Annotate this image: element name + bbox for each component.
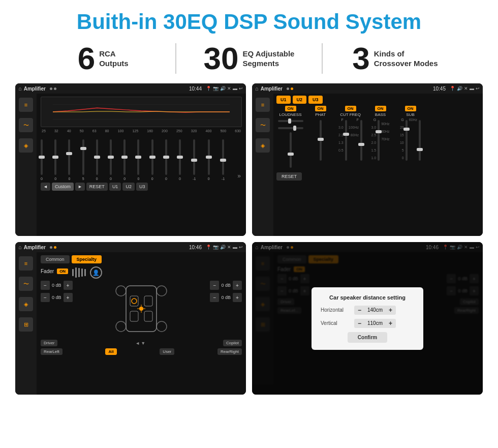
sub-on[interactable]: ON <box>405 106 416 111</box>
fader-on-badge[interactable]: ON <box>57 268 68 274</box>
fader-down-icon: ▼ <box>141 341 145 346</box>
eq-more-icon[interactable]: » <box>236 171 242 181</box>
nav-vol-icon[interactable]: ◈ <box>19 138 33 153</box>
phat-on[interactable]: ON <box>315 106 326 111</box>
svg-rect-12 <box>144 311 152 321</box>
app-name-2: Amplifier <box>261 86 283 92</box>
eq-slider-12[interactable]: 0 <box>208 139 210 181</box>
sub-slider-g[interactable] <box>406 120 408 161</box>
eq-slider-7[interactable]: 0 <box>137 139 139 181</box>
eq-slider-8[interactable]: 0 <box>151 139 153 181</box>
dialog-horizontal-minus[interactable]: − <box>356 307 363 314</box>
nav-eq-icon[interactable]: ≡ <box>19 98 33 112</box>
sub-scale-hz: 60Hz <box>409 118 417 161</box>
screen1-card: ⌂ Amplifier 10:44 📍 📷 🔊 ✕ ▬ ↩ <box>15 83 246 236</box>
volume-icon-1: 🔊 <box>220 86 226 91</box>
status-icons-2: 📍 🔊 ✕ ▬ ↩ <box>450 86 480 91</box>
btn-rearleft[interactable]: RearLeft <box>41 348 63 355</box>
preset-u1[interactable]: U1 <box>276 96 291 104</box>
dialog-vertical-value: 110cm <box>365 320 385 326</box>
svg-point-14 <box>139 307 143 311</box>
camera-icon-1: 📷 <box>213 86 219 91</box>
btn-driver[interactable]: Driver <box>41 340 57 346</box>
eq-slider-11[interactable]: -1 <box>193 139 196 181</box>
nav-vol-icon-3[interactable]: ◈ <box>19 297 33 311</box>
eq-slider-13[interactable]: -1 <box>222 139 225 181</box>
loudness-slider-v[interactable] <box>290 132 292 168</box>
phat-slider-v[interactable] <box>320 120 322 161</box>
btn-copilot[interactable]: Copilot <box>223 340 242 346</box>
stat-crossover: 3 Kinds ofCrossover Modes <box>328 43 462 74</box>
preset-u3[interactable]: U3 <box>308 96 323 104</box>
nav-wave-icon-2[interactable]: 〜 <box>256 118 270 132</box>
vol-row-2: − 0 dB + <box>41 293 73 302</box>
dialog-horizontal-plus[interactable]: + <box>387 307 394 314</box>
back-icon-1: ↩ <box>239 86 243 91</box>
tab-common[interactable]: Common <box>41 255 70 263</box>
cutfreq-slider-f[interactable] <box>345 120 347 161</box>
screen1-content: ≡ 〜 ◈ <box>15 94 246 236</box>
vol-plus-2[interactable]: + <box>64 293 73 302</box>
eq-slider-9[interactable]: 0 <box>165 139 167 181</box>
eq-slider-3[interactable]: 5 <box>82 139 84 181</box>
crossover-reset-btn[interactable]: RESET <box>276 172 302 181</box>
dot4 <box>291 87 293 90</box>
eq-slider-4[interactable]: 0 <box>96 139 98 181</box>
vol-minus-3[interactable]: − <box>210 281 219 290</box>
profile-icon[interactable]: 👤 <box>90 266 102 279</box>
battery-icon-1: ▬ <box>233 86 237 91</box>
eq-u2-btn[interactable]: U2 <box>122 183 135 191</box>
vol-plus-1[interactable]: + <box>64 281 73 290</box>
eq-custom-btn[interactable]: Custom <box>52 183 74 191</box>
status-icons-3: 📍 📷 🔊 ✕ ▬ ↩ <box>206 245 243 250</box>
cutfreq-on[interactable]: ON <box>345 106 356 111</box>
eq-slider-0[interactable]: 0 <box>41 139 43 181</box>
eq-next-button[interactable]: ► <box>75 183 85 191</box>
eq-slider-6[interactable]: 0 <box>123 139 126 181</box>
nav-wave-icon[interactable]: 〜 <box>19 118 33 132</box>
nav-expand-icon-3[interactable]: ⊞ <box>19 317 33 332</box>
bass-on[interactable]: ON <box>375 106 386 111</box>
btn-rearright[interactable]: RearRight <box>217 348 242 355</box>
eq-slider-1[interactable]: 0 <box>54 139 56 181</box>
loudness-on[interactable]: ON <box>285 106 296 111</box>
sub-slider-hz[interactable] <box>419 120 421 161</box>
vol-plus-4[interactable]: + <box>233 293 242 302</box>
stat-number-eq: 30 <box>204 43 239 74</box>
eq-u3-btn[interactable]: U3 <box>136 183 148 191</box>
bass-slider[interactable] <box>378 120 380 161</box>
preset-u2[interactable]: U2 <box>293 96 307 104</box>
nav-eq-icon-3[interactable]: ≡ <box>19 256 33 271</box>
vol-plus-3[interactable]: + <box>233 281 242 290</box>
eq-u1-btn[interactable]: U1 <box>109 183 121 191</box>
loudness-slider-h1[interactable] <box>278 120 303 122</box>
dialog-vertical-plus[interactable]: + <box>387 320 394 327</box>
vol-minus-2[interactable]: − <box>41 293 50 302</box>
nav-vol-icon-2[interactable]: ◈ <box>256 138 270 153</box>
stat-label-rca: RCAOutputs <box>99 49 129 69</box>
btn-user[interactable]: User <box>160 348 174 355</box>
dialog-vertical-label: Vertical <box>321 320 351 326</box>
side-nav-1: ≡ 〜 ◈ <box>15 94 37 236</box>
loudness-slider-h2[interactable] <box>278 127 303 129</box>
location-icon-2: 📍 <box>450 86 455 91</box>
tab-specialty[interactable]: Specialty <box>72 255 102 263</box>
eq-prev-button[interactable]: ◄ <box>41 183 50 191</box>
time-2: 10:45 <box>433 86 446 92</box>
eq-reset-btn[interactable]: RESET <box>86 183 108 191</box>
vol-minus-1[interactable]: − <box>41 281 50 290</box>
dialog-confirm-button[interactable]: Confirm <box>348 332 387 343</box>
vol-minus-4[interactable]: − <box>210 293 219 302</box>
btn-all[interactable]: All <box>105 348 116 355</box>
cutfreq-slider-hz[interactable] <box>360 120 362 161</box>
svg-point-4 <box>116 286 126 296</box>
fader-line-1 <box>72 269 74 276</box>
eq-slider-2[interactable]: 0 <box>68 139 70 181</box>
dialog-vertical-minus[interactable]: − <box>356 320 363 327</box>
eq-slider-10[interactable]: 0 <box>179 139 181 181</box>
sub-scale: G 20 15 10 5 0 <box>400 118 404 161</box>
eq-slider-5[interactable]: 0 <box>110 139 112 181</box>
nav-eq-icon-2[interactable]: ≡ <box>256 98 270 112</box>
nav-wave-icon-3[interactable]: 〜 <box>19 277 33 291</box>
status-bar-3: ⌂ Amplifier 10:46 📍 📷 🔊 ✕ ▬ ↩ <box>15 242 246 252</box>
